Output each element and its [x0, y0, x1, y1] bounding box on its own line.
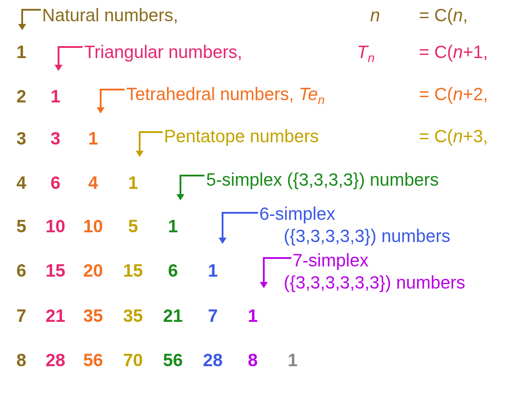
lbl-tetra: Tetrahedral numbers, Ten: [126, 84, 325, 107]
lbl-natural: Natural numbers,: [42, 5, 178, 25]
triangle-cell-r7-c1: 7: [8, 306, 35, 326]
lbl-triangular: Triangular numbers,: [84, 42, 242, 62]
triangle-cell-r6-c5: 6: [155, 261, 191, 281]
arrow-col-0: [21, 9, 39, 30]
triangle-cell-r2-c1: 2: [8, 86, 35, 106]
triangle-cell-r8-c4: 70: [115, 350, 151, 370]
triangle-cell-r4-c2: 6: [38, 173, 73, 193]
arrow-col-4: [180, 175, 203, 200]
triangle-cell-r4-c3: 4: [75, 173, 111, 193]
triangle-cell-r7-c3: 35: [75, 306, 111, 326]
triangle-cell-r8-c2: 28: [38, 350, 73, 370]
triangle-cell-r5-c3: 10: [75, 216, 111, 236]
triangle-cell-r8-c5: 56: [155, 350, 191, 370]
triangle-cell-r7-c7: 1: [235, 306, 270, 326]
triangle-cell-r5-c5: 1: [155, 216, 191, 236]
lbl-penta-formula: = C(n+3,: [419, 126, 488, 146]
lbl-6simplex-line2: ({3,3,3,3,3}) numbers: [284, 226, 450, 246]
triangle-cell-r6-c6: 1: [195, 261, 231, 281]
triangle-cell-r8-c3: 56: [75, 350, 111, 370]
triangle-cell-r4-c4: 1: [115, 173, 151, 193]
lbl-natural-symbol: n: [370, 5, 380, 25]
triangle-cell-r5-c4: 5: [115, 216, 151, 236]
triangle-cell-r7-c6: 7: [195, 306, 231, 326]
lbl-7simplex: 7-simplex: [293, 250, 368, 270]
triangle-cell-r6-c4: 15: [115, 261, 151, 281]
arrow-col-2: [100, 89, 123, 113]
lbl-natural-formula: = C(n,: [419, 5, 468, 25]
arrow-col-1: [58, 46, 81, 71]
triangle-cell-r6-c2: 15: [38, 261, 73, 281]
lbl-penta: Pentatope numbers: [164, 126, 319, 146]
triangle-cell-r8-c6: 28: [195, 350, 231, 370]
triangle-cell-r8-c7: 8: [235, 350, 270, 370]
lbl-6simplex: 6-simplex: [259, 204, 335, 224]
lbl-triangular-formula: = C(n+1,: [419, 42, 488, 62]
triangle-cell-r1-c1: 1: [8, 42, 35, 62]
lbl-tetra-formula: = C(n+2,: [419, 84, 488, 104]
triangle-cell-r3-c2: 3: [38, 129, 73, 149]
lbl-5simplex: 5-simplex ({3,3,3,3}) numbers: [206, 170, 439, 190]
triangle-cell-r7-c4: 35: [115, 306, 151, 326]
triangle-cell-r2-c2: 1: [38, 86, 73, 106]
lbl-7simplex-line2: ({3,3,3,3,3,3}) numbers: [284, 273, 465, 293]
lbl-triangular-symbol: Tn: [357, 42, 375, 65]
triangle-cell-r3-c1: 3: [8, 129, 35, 149]
triangle-cell-r7-c5: 21: [155, 306, 191, 326]
triangle-cell-r6-c1: 6: [8, 261, 35, 281]
triangle-cell-r5-c1: 5: [8, 216, 35, 236]
diagram-stage: 1213314641510105161520156172135352171828…: [0, 0, 532, 399]
triangle-cell-r3-c3: 1: [75, 129, 111, 149]
arrow-col-5: [222, 212, 256, 244]
triangle-cell-r7-c2: 21: [38, 306, 73, 326]
arrow-col-3: [139, 131, 161, 157]
triangle-cell-r6-c3: 20: [75, 261, 111, 281]
triangle-cell-r4-c1: 4: [8, 173, 35, 193]
triangle-cell-r8-c8: 1: [275, 350, 310, 370]
triangle-cell-r8-c1: 8: [8, 350, 35, 370]
triangle-cell-r5-c2: 10: [38, 216, 73, 236]
